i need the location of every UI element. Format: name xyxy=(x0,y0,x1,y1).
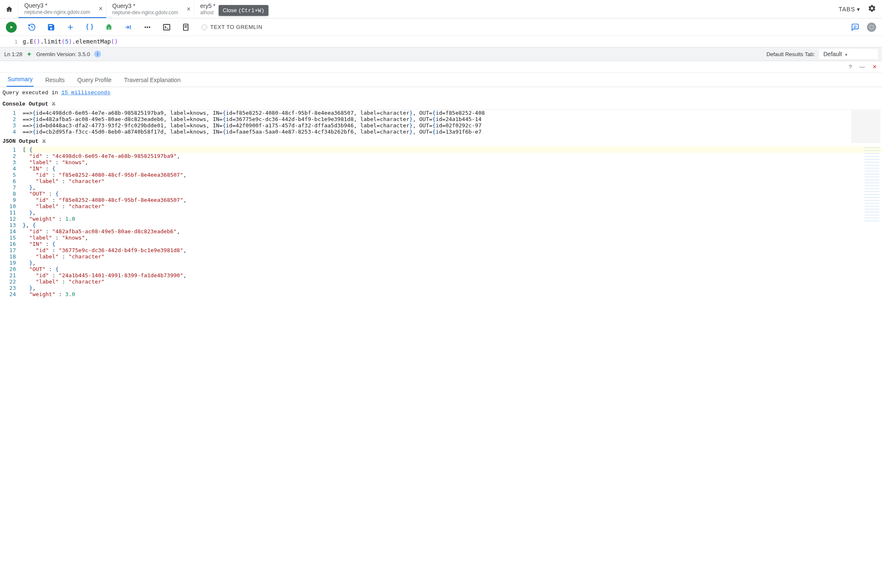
tooltip-label: Close xyxy=(223,7,237,13)
json-row: 3 "label" : "knows", xyxy=(0,159,882,165)
gremlin-version: Gremlin Version: 3.5.0 xyxy=(36,51,90,57)
spinner-icon xyxy=(869,24,874,30)
more-button[interactable] xyxy=(143,23,152,31)
cursor-position: Ln 1:28 xyxy=(4,51,22,57)
default-tab-label: Default Results Tab: xyxy=(766,51,815,57)
result-tab-traversal-explanation[interactable]: Traversal Explanation xyxy=(123,73,181,87)
console-output[interactable]: 1==>{id=4c498dc0-6e05-4e7e-a68b-98582519… xyxy=(0,109,882,135)
download-icon xyxy=(51,100,57,106)
format-button[interactable] xyxy=(85,23,94,31)
json-row: 23 }, xyxy=(0,285,882,291)
help-button[interactable]: ? xyxy=(849,64,852,70)
save-icon xyxy=(47,23,55,31)
exec-time-link[interactable]: 15 milliseconds xyxy=(61,90,110,96)
json-row: 18 "label" : "character" xyxy=(0,253,882,260)
result-tabs: SummaryResultsQuery ProfileTraversal Exp… xyxy=(0,73,882,87)
json-row: 5 "id" : "f85e8252-4080-48cf-95bf-8e4eea… xyxy=(0,172,882,178)
json-output[interactable]: 1[ {2 "id" : "4c498dc0-6e05-4e7e-a68b-98… xyxy=(0,147,882,297)
close-icon[interactable]: × xyxy=(99,5,103,13)
svg-point-4 xyxy=(202,25,207,30)
svg-point-2 xyxy=(149,26,150,28)
tab-title: ery5 * xyxy=(200,3,220,9)
status-indicator[interactable] xyxy=(867,23,876,32)
tooltip-shortcut: (Ctrl+W) xyxy=(238,8,264,14)
text-to-gremlin-label: TEXT TO GREMLIN xyxy=(210,24,263,30)
json-row: 7 }, xyxy=(0,184,882,191)
console-output-header: Console Output xyxy=(0,98,882,109)
tab-title: Query3 * xyxy=(112,3,182,9)
home-icon xyxy=(5,5,13,13)
svg-rect-3 xyxy=(164,24,170,30)
result-tab-query-profile[interactable]: Query Profile xyxy=(77,73,113,87)
debug-button[interactable] xyxy=(105,23,113,31)
toolbar: TEXT TO GREMLIN xyxy=(0,18,882,36)
json-row: 6 "label" : "character" xyxy=(0,178,882,184)
results-controls: ? — ✕ xyxy=(0,61,882,73)
settings-button[interactable] xyxy=(868,4,876,14)
tab-bar: Query3 *neptune-dev-nginx.gdotv.com×Quer… xyxy=(0,0,882,18)
json-row: 19 }, xyxy=(0,260,882,266)
terminal-icon xyxy=(162,23,171,31)
console-button[interactable] xyxy=(162,23,171,31)
gear-icon xyxy=(868,4,876,13)
step-button[interactable] xyxy=(124,23,132,31)
home-button[interactable] xyxy=(0,0,18,18)
json-row: 1[ { xyxy=(0,147,882,153)
console-row: 4==>{id=cb2d95fa-f3cc-45d0-8eb0-a8740b58… xyxy=(0,129,882,135)
json-output-label: JSON Output xyxy=(3,138,39,144)
chat-icon xyxy=(851,23,859,31)
code-editor[interactable]: 1 g.E().limit(5).elementMap() xyxy=(0,36,882,47)
chevron-down-icon: ▾ xyxy=(857,6,860,13)
console-row: 3==>{id=bd448ac3-dfa2-4773-93f2-9fc029bd… xyxy=(0,122,882,129)
console-minimap[interactable] xyxy=(851,111,880,142)
history-button[interactable] xyxy=(28,23,36,31)
info-icon[interactable]: i xyxy=(94,51,101,57)
step-icon xyxy=(124,23,132,31)
tab-0[interactable]: Query3 *neptune-dev-nginx.gdotv.com× xyxy=(18,0,106,18)
notebook-button[interactable] xyxy=(182,23,190,31)
json-row: 9 "id" : "f85e8252-4080-48cf-95bf-8e4eea… xyxy=(0,197,882,203)
json-row: 24 "weight" : 3.0 xyxy=(0,291,882,297)
bug-icon xyxy=(105,23,113,31)
json-row: 17 "id" : "36775e9c-dc36-442d-b4f9-bc1e9… xyxy=(0,247,882,253)
json-row: 15 "label" : "knows", xyxy=(0,235,882,241)
tabs-menu-label: TABS xyxy=(838,6,855,13)
text-to-gremlin-button[interactable]: TEXT TO GREMLIN xyxy=(201,24,263,31)
tab-subtitle: neptune-dev-nginx.gdotv.com xyxy=(24,9,94,15)
status-bar: Ln 1:28 ✦ Gremlin Version: 3.5.0 i Defau… xyxy=(0,47,882,61)
default-tab-select[interactable]: Default xyxy=(819,49,878,59)
svg-point-1 xyxy=(147,26,148,28)
minimize-button[interactable]: — xyxy=(859,64,865,70)
json-row: 13}, { xyxy=(0,222,882,228)
download-json-button[interactable] xyxy=(41,137,47,145)
tabs-menu[interactable]: TABS ▾ xyxy=(838,6,860,13)
default-tab-value: Default xyxy=(823,51,842,57)
close-icon[interactable]: × xyxy=(187,5,191,13)
console-row: 2==>{id=482afba5-ac08-49e5-80ae-d8c823ea… xyxy=(0,116,882,122)
result-tab-summary[interactable]: Summary xyxy=(7,72,34,87)
comments-button[interactable] xyxy=(851,23,859,31)
console-row: 1==>{id=4c498dc0-6e05-4e7e-a68b-98582519… xyxy=(0,110,882,116)
add-button[interactable] xyxy=(66,23,75,31)
json-minimap[interactable] xyxy=(864,147,879,223)
json-row: 22 "label" : "character" xyxy=(0,279,882,285)
braces-icon xyxy=(85,23,94,31)
save-button[interactable] xyxy=(47,23,55,31)
tab-subtitle: alhost xyxy=(200,10,220,15)
close-results-button[interactable]: ✕ xyxy=(872,64,877,70)
book-icon xyxy=(182,23,190,31)
json-row: 11 }, xyxy=(0,209,882,216)
result-tab-results[interactable]: Results xyxy=(44,73,66,87)
json-row: 2 "id" : "4c498dc0-6e05-4e7e-a68b-985825… xyxy=(0,153,882,159)
close-tooltip: Close (Ctrl+W) xyxy=(219,5,268,16)
plus-icon xyxy=(66,23,75,31)
json-row: 12 "weight" : 1.0 xyxy=(0,216,882,222)
json-output-header: JSON Output xyxy=(0,135,882,147)
download-console-button[interactable] xyxy=(51,100,57,108)
svg-point-0 xyxy=(144,26,146,28)
tab-title: Query3 * xyxy=(24,2,94,9)
exec-prefix: Query executed in xyxy=(3,90,61,96)
ai-icon xyxy=(201,24,208,31)
run-button[interactable] xyxy=(6,22,17,33)
tab-1[interactable]: Query3 *neptune-dev-nginx.gdotv.com× xyxy=(106,0,194,18)
